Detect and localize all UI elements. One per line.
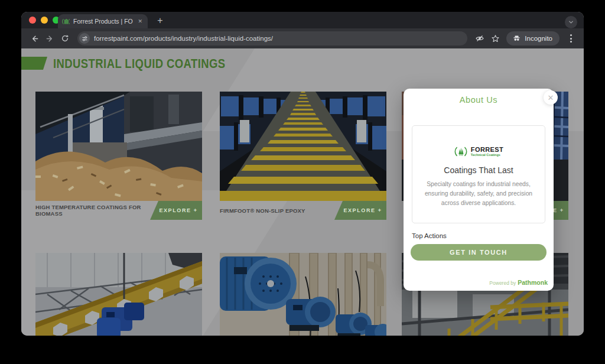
page-content: INDUSTRIAL LIQUID COATINGS [21, 48, 584, 336]
about-card-title: Coatings That Last [412, 165, 545, 175]
back-arrow-icon [30, 34, 39, 43]
menu-button[interactable] [563, 31, 578, 46]
close-window-button[interactable] [29, 17, 36, 24]
modal-close-button[interactable]: ✕ [544, 90, 558, 105]
forrest-logo: FORREST Technical Coatings [412, 146, 545, 157]
about-card: FORREST Technical Coatings Coatings That… [412, 125, 545, 223]
card-image-nonslip-steps[interactable] [220, 92, 386, 201]
forward-arrow-icon [45, 34, 54, 43]
incognito-icon [512, 35, 521, 41]
card-image-overhead-crane[interactable] [35, 253, 202, 336]
about-card-body: Specialty coatings for industrial needs,… [421, 180, 536, 208]
card-caption: HIGH TEMPERATURE COATINGS FOR BIOMASS EX… [35, 201, 202, 220]
forrest-favicon-icon [62, 18, 70, 25]
logo-name: FORREST [471, 147, 503, 153]
star-icon [491, 34, 500, 43]
pathmonk-brand-link[interactable]: Pathmonk [518, 279, 548, 286]
address-bar[interactable]: forrestpaint.com/products/industry/indus… [77, 31, 467, 46]
incognito-label: Incognito [525, 35, 552, 42]
forward-button[interactable] [42, 31, 57, 46]
powered-by-label: Powered by [489, 280, 516, 286]
explore-button[interactable]: EXPLORE + [150, 201, 202, 220]
page-title: INDUSTRIAL LIQUID COATINGS [53, 56, 226, 72]
card-image-biomass[interactable] [35, 92, 202, 201]
card-title: HIGH TEMPERATURE COATINGS FOR BIOMASS [35, 204, 150, 217]
tab-strip: Forrest Products | FORREST T ✕ + [21, 12, 584, 28]
tab-overview-button[interactable] [565, 16, 577, 28]
heading-accent-bar [21, 57, 47, 70]
url-text[interactable]: forrestpaint.com/products/industry/indus… [94, 35, 273, 42]
powered-by: Powered byPathmonk [489, 279, 548, 286]
forrest-trees-icon [454, 146, 468, 157]
product-card-pumps [220, 253, 386, 336]
minimize-window-button[interactable] [41, 17, 48, 24]
preview-hidden-button[interactable] [472, 31, 487, 46]
bookmark-button[interactable] [487, 31, 503, 46]
eye-off-icon [475, 34, 484, 43]
reload-icon [61, 34, 69, 43]
product-card-nonslip-epoxy: FIRMFOOT® NON-SLIP EPOXY EXPLORE + [220, 92, 386, 220]
product-card-crane [35, 253, 202, 336]
card-image-industrial-pumps[interactable] [220, 253, 386, 336]
card-caption: FIRMFOOT® NON-SLIP EPOXY EXPLORE + [220, 201, 386, 220]
reload-button[interactable] [57, 31, 73, 46]
kebab-icon [565, 34, 577, 43]
get-in-touch-button[interactable]: GET IN TOUCH [411, 244, 547, 261]
window-controls [29, 17, 60, 24]
tab-title: Forrest Products | FORREST T [73, 18, 133, 25]
top-actions-label: Top Actions [412, 232, 447, 239]
browser-tab[interactable]: Forrest Products | FORREST T ✕ [58, 14, 148, 28]
tab-close-icon[interactable]: ✕ [136, 18, 144, 24]
new-tab-button[interactable]: + [154, 14, 167, 27]
modal-title: About Us [404, 89, 554, 105]
about-us-modal: About Us ✕ FORREST Tech [404, 89, 554, 291]
tune-icon [82, 35, 88, 42]
browser-window: Forrest Products | FORREST T ✕ + [21, 12, 584, 336]
site-settings-button[interactable] [79, 33, 90, 44]
explore-button[interactable]: EXPLORE + [334, 201, 386, 220]
logo-tagline: Technical Coatings [471, 154, 503, 157]
incognito-badge: Incognito [506, 31, 560, 46]
card-title: FIRMFOOT® NON-SLIP EPOXY [220, 207, 305, 214]
back-button[interactable] [27, 31, 42, 46]
product-card-biomass: HIGH TEMPERATURE COATINGS FOR BIOMASS EX… [35, 92, 202, 220]
browser-toolbar: forrestpaint.com/products/industry/indus… [21, 28, 584, 48]
chevron-down-icon [568, 19, 574, 25]
